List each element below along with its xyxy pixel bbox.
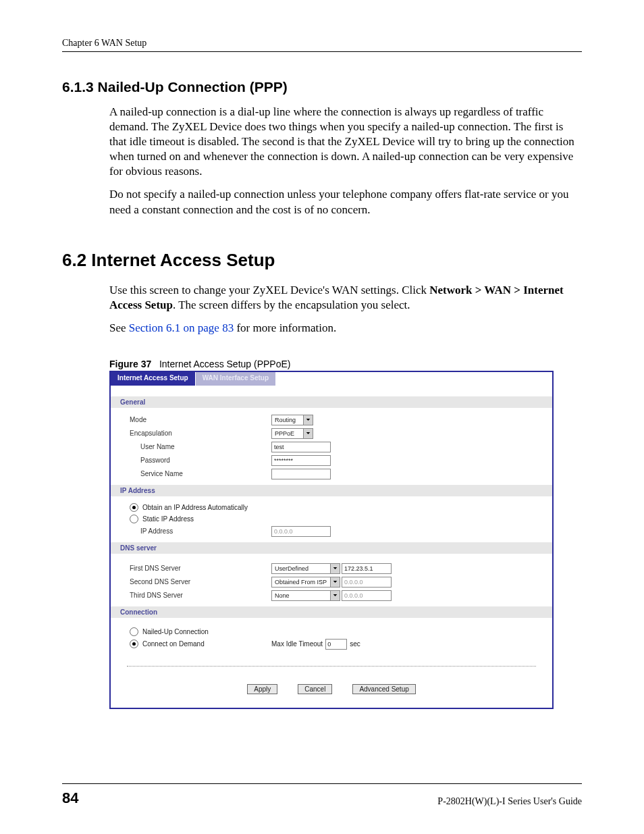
- section-6-2-heading: 6.2 Internet Access Setup: [62, 250, 582, 271]
- connect-on-demand-radio[interactable]: [130, 640, 138, 648]
- third-dns-select-value: None: [272, 592, 330, 599]
- third-dns-input[interactable]: 0.0.0.0: [342, 590, 392, 601]
- chapter-header: Chapter 6 WAN Setup: [62, 38, 582, 52]
- encapsulation-select-value: PPPoE: [272, 430, 303, 437]
- chevron-down-icon: [330, 564, 340, 573]
- apply-button[interactable]: Apply: [247, 684, 277, 694]
- separator-line: [127, 666, 536, 667]
- figure-37-caption: Figure 37 Internet Access Setup (PPPoE): [109, 359, 582, 369]
- second-dns-select-value: Obtained From ISP: [272, 579, 330, 585]
- section-6-2-para1-c: . The screen differs by the encapsulatio…: [173, 298, 410, 311]
- static-ip-label: Static IP Address: [142, 515, 194, 523]
- nailed-up-radio[interactable]: [130, 627, 138, 636]
- obtain-ip-auto-label: Obtain an IP Address Automatically: [142, 504, 248, 511]
- figure-37-screenshot: Internet Access Setup WAN Interface Setu…: [109, 371, 554, 709]
- section-6-1-3-para1: A nailed-up connection is a dial-up line…: [109, 105, 582, 179]
- first-dns-select[interactable]: UserDefined: [271, 563, 340, 574]
- section-6-2-para1-a: Use this screen to change your ZyXEL Dev…: [109, 284, 429, 296]
- tab-wan-interface-setup[interactable]: WAN Interface Setup: [196, 372, 276, 386]
- ip-address-label: IP Address: [140, 527, 271, 535]
- section-6-1-3-heading: 6.1.3 Nailed-Up Connection (PPP): [62, 79, 582, 95]
- third-dns-select[interactable]: None: [271, 590, 340, 601]
- first-dns-label: First DNS Server: [130, 565, 271, 572]
- obtain-ip-auto-radio[interactable]: [130, 503, 138, 512]
- advanced-setup-button[interactable]: Advanced Setup: [352, 684, 415, 694]
- username-label: User Name: [140, 443, 271, 450]
- chevron-down-icon: [330, 591, 340, 600]
- encapsulation-select[interactable]: PPPoE: [271, 428, 313, 439]
- max-idle-timeout-unit: sec: [350, 640, 360, 648]
- ip-address-section-header: IP Address: [111, 485, 552, 496]
- password-input[interactable]: ********: [271, 455, 331, 466]
- service-name-label: Service Name: [140, 470, 271, 477]
- page-number: 84: [62, 789, 78, 807]
- section-6-2-para2: See Section 6.1 on page 83 for more info…: [109, 321, 582, 336]
- encapsulation-label: Encapsulation: [130, 429, 271, 437]
- chevron-down-icon: [330, 577, 340, 587]
- nailed-up-label: Nailed-Up Connection: [142, 628, 209, 635]
- tab-bar: Internet Access Setup WAN Interface Setu…: [111, 372, 552, 386]
- general-section-header: General: [111, 396, 552, 408]
- mode-select-value: Routing: [272, 417, 303, 423]
- cancel-button[interactable]: Cancel: [298, 684, 332, 694]
- service-name-input[interactable]: [271, 469, 331, 479]
- chevron-down-icon: [303, 429, 313, 438]
- chevron-down-icon: [303, 415, 313, 425]
- connection-section-header: Connection: [111, 606, 552, 618]
- third-dns-label: Third DNS Server: [130, 592, 271, 599]
- ip-address-input[interactable]: 0.0.0.0: [271, 526, 331, 537]
- username-input[interactable]: test: [271, 442, 331, 452]
- tab-internet-access-setup[interactable]: Internet Access Setup: [111, 372, 196, 386]
- figure-title: Internet Access Setup (PPPoE): [159, 359, 291, 369]
- second-dns-label: Second DNS Server: [130, 578, 271, 585]
- first-dns-input[interactable]: 172.23.5.1: [342, 563, 392, 574]
- section-6-2-para2-a: See: [109, 321, 129, 334]
- mode-label: Mode: [130, 416, 271, 423]
- section-6-2-para1: Use this screen to change your ZyXEL Dev…: [109, 283, 582, 313]
- guide-name: P-2802H(W)(L)-I Series User's Guide: [437, 796, 582, 807]
- section-6-1-3-para2: Do not specify a nailed-up connection un…: [109, 187, 582, 217]
- dns-server-section-header: DNS server: [111, 542, 552, 554]
- second-dns-select[interactable]: Obtained From ISP: [271, 577, 340, 588]
- tab-fill: [276, 372, 552, 386]
- password-label: Password: [140, 457, 271, 464]
- second-dns-input[interactable]: 0.0.0.0: [342, 577, 392, 588]
- max-idle-timeout-input[interactable]: 0: [325, 639, 347, 650]
- max-idle-timeout-label: Max Idle Timeout: [271, 640, 323, 648]
- section-6-1-cross-ref-link[interactable]: Section 6.1 on page 83: [129, 321, 234, 334]
- mode-select[interactable]: Routing: [271, 415, 313, 425]
- first-dns-select-value: UserDefined: [272, 565, 330, 572]
- connect-on-demand-label: Connect on Demand: [142, 640, 205, 648]
- static-ip-radio[interactable]: [130, 515, 138, 523]
- figure-label: Figure 37: [109, 359, 151, 369]
- section-6-2-para2-b: for more information.: [234, 321, 336, 334]
